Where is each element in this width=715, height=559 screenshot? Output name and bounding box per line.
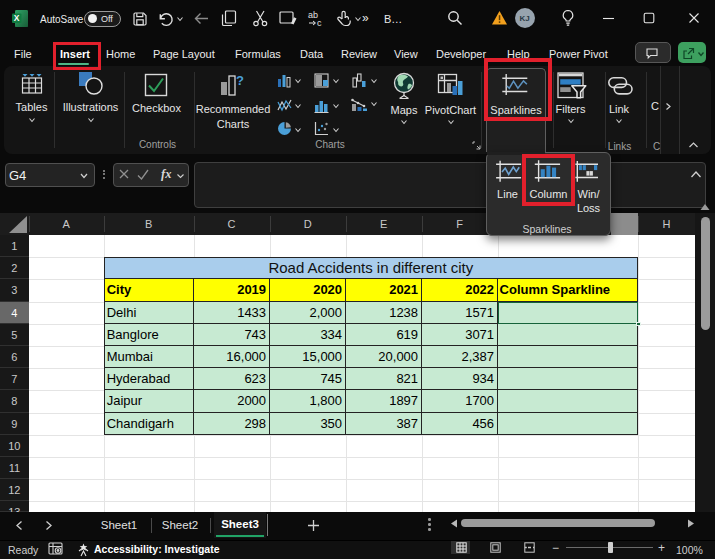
svg-text:?: ? <box>236 73 244 88</box>
svg-text:c: c <box>317 18 322 28</box>
svg-text:X: X <box>14 13 20 23</box>
